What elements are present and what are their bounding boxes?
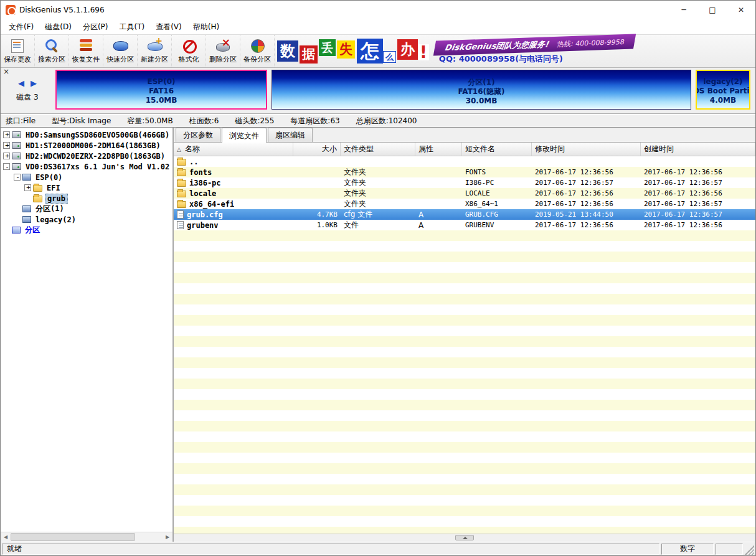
table-row[interactable]: grub.cfg4.7KBcfg 文件AGRUB.CFG2019-05-21 1… (174, 209, 755, 220)
table-row[interactable]: i386-pc文件夹I386-PC2017-06-17 12:36:572017… (174, 177, 755, 188)
ad-character: 据 (300, 45, 318, 64)
tree-item[interactable]: ESP(0) (1, 172, 172, 182)
tree-item-label: VD0:DS3617xs 6.1 Jun's Mod V1.02 (24, 163, 171, 171)
new-partition-icon (147, 38, 162, 53)
tree-item[interactable]: legacy(2) (1, 214, 172, 225)
close-button[interactable]: ✕ (727, 1, 755, 19)
tree-item[interactable]: 分区 (1, 225, 172, 235)
partition-size: 30.0MB (466, 97, 498, 106)
tree-horizontal-scrollbar[interactable] (1, 532, 172, 542)
partition-text: legacy(2)OS Boot Partit4.0MB (696, 77, 750, 105)
menu-item[interactable]: 磁盘(D) (39, 19, 77, 34)
toolbar-button[interactable]: 备份分区 (240, 35, 275, 67)
menu-item[interactable]: 帮助(H) (187, 19, 225, 34)
file-type-cell: 文件夹 (341, 188, 415, 199)
toolbar-button[interactable]: 格式化 (172, 35, 206, 67)
menu-item[interactable]: 分区(P) (77, 19, 114, 34)
toolbar-button[interactable]: 新建分区 (138, 35, 172, 67)
tree-item[interactable]: grub (1, 193, 172, 204)
disk-icon (12, 142, 21, 149)
file-attr-cell: A (415, 220, 462, 230)
partition-strip: ESP(0)FAT1615.0MB分区(1)FAT16(隐藏)30.0MBleg… (54, 68, 755, 113)
status-empty-panel (716, 544, 743, 555)
column-header[interactable]: 短文件名 (462, 143, 532, 156)
save-icon (10, 38, 25, 53)
tree-item[interactable]: 分区(1) (1, 204, 172, 214)
column-header[interactable]: 大小 (293, 143, 341, 156)
file-name: grub.cfg (187, 210, 223, 219)
ad-banner[interactable]: 数据丢失怎么办! DiskGenius团队为您服务! 热线: 400-008-9… (277, 35, 634, 67)
toolbar: 保存更改搜索分区恢复文件快速分区新建分区格式化删除分区备份分区 数据丢失怎么办!… (1, 34, 755, 68)
column-header[interactable]: 属性 (415, 143, 462, 156)
column-header-label: 文件类型 (344, 144, 374, 154)
file-name-cell: fonts (174, 167, 293, 177)
resize-grip[interactable] (745, 545, 754, 555)
scroll-right-icon[interactable] (163, 532, 172, 542)
panel-close-button[interactable]: × (2, 68, 11, 77)
column-header[interactable]: 修改时间 (532, 143, 641, 156)
tree-expand-toggle[interactable] (3, 142, 10, 149)
file-created-cell: 2017-06-17 12:36:56 (641, 167, 755, 177)
toolbar-button[interactable]: 快速分区 (103, 35, 138, 67)
next-disk-arrow-icon[interactable] (31, 79, 37, 87)
scroll-left-icon[interactable] (1, 532, 11, 542)
disk-icon (12, 163, 21, 170)
tree-item[interactable]: HD2:WDCWD20EZRX-22D8PB0(1863GB) (1, 151, 172, 161)
menu-item[interactable]: 文件(F) (3, 19, 39, 34)
app-window: DiskGenius V5.1.1.696 ─ □ ✕ 文件(F)磁盘(D)分区… (0, 0, 756, 556)
column-header[interactable]: 文件类型 (341, 143, 415, 156)
tab[interactable]: 浏览文件 (222, 128, 267, 143)
tree-item[interactable]: HD1:ST2000DM006-2DM164(1863GB) (1, 140, 172, 151)
column-header[interactable]: △名称 (174, 143, 293, 156)
menu-item[interactable]: 查看(V) (150, 19, 187, 34)
file-name: x86_64-efi (189, 200, 234, 209)
table-row[interactable]: x86_64-efi文件夹X86_64~12017-06-17 12:36:56… (174, 199, 755, 209)
column-header-label: 创建时间 (644, 144, 674, 154)
table-row[interactable]: locale文件夹LOCALE2017-06-17 12:36:562017-0… (174, 188, 755, 199)
partition-block[interactable]: ESP(0)FAT1615.0MB (55, 70, 267, 110)
tree-expand-toggle[interactable] (14, 174, 21, 181)
folder-icon (177, 169, 186, 176)
tree-item[interactable]: VD0:DS3617xs 6.1 Jun's Mod V1.02 (1, 161, 172, 172)
tree-expand-toggle[interactable] (3, 163, 10, 170)
maximize-button[interactable]: □ (698, 1, 727, 19)
format-icon (181, 38, 196, 53)
tree-scrollbar-thumb[interactable] (11, 533, 135, 541)
tree-expand-toggle[interactable] (3, 153, 10, 159)
delete-partition-icon (215, 38, 230, 53)
toolbar-button[interactable]: 保存更改 (1, 35, 35, 67)
tree-item-label: HD0:SamsungSSD860EVO500GB(466GB) (24, 131, 171, 139)
file-name: .. (189, 158, 198, 166)
menu-item[interactable]: 工具(T) (113, 19, 150, 34)
file-size-cell (293, 177, 341, 188)
tab[interactable]: 分区参数 (176, 128, 220, 142)
tree-item-label: ESP(0) (34, 173, 64, 182)
panel-collapse-button[interactable] (455, 535, 474, 540)
tree-item[interactable]: HD0:SamsungSSD860EVO500GB(466GB) (1, 130, 172, 140)
file-name-cell: i386-pc (174, 177, 293, 188)
menu-bar: 文件(F)磁盘(D)分区(P)工具(T)查看(V)帮助(H) (1, 19, 755, 34)
table-row[interactable]: .. (174, 156, 755, 167)
table-rows: ..fonts文件夹FONTS2017-06-17 12:36:562017-0… (174, 156, 755, 534)
file-attr-cell (415, 167, 462, 177)
file-shortname-cell: LOCALE (462, 188, 532, 199)
ad-banner-right: DiskGenius团队为您服务! 热线: 400-008-9958 QQ: 4… (435, 37, 634, 65)
tree-item[interactable]: EFI (1, 182, 172, 193)
toolbar-button[interactable]: 搜索分区 (35, 35, 69, 67)
tab[interactable]: 扇区编辑 (268, 128, 313, 142)
partition-block[interactable]: legacy(2)OS Boot Partit4.0MB (696, 70, 750, 110)
tree-scrollbar-track[interactable] (11, 532, 163, 542)
tree-expand-toggle[interactable] (3, 131, 10, 138)
table-row[interactable]: grubenv1.0KB文件AGRUBENV2017-06-17 12:36:5… (174, 220, 755, 230)
partition-block[interactable]: 分区(1)FAT16(隐藏)30.0MB (272, 70, 691, 110)
table-row[interactable]: fonts文件夹FONTS2017-06-17 12:36:562017-06-… (174, 167, 755, 177)
prev-disk-arrow-icon[interactable] (18, 79, 24, 87)
bottom-scrollbar (174, 534, 755, 542)
tree-expand-toggle[interactable] (24, 184, 31, 191)
column-header[interactable]: 创建时间 (641, 143, 755, 156)
minimize-button[interactable]: ─ (669, 1, 698, 19)
disk-info-item: 容量:50.0MB (127, 116, 172, 126)
toolbar-button[interactable]: 删除分区 (206, 35, 240, 67)
toolbar-button[interactable]: 恢复文件 (69, 35, 103, 67)
file-name: fonts (189, 168, 212, 177)
